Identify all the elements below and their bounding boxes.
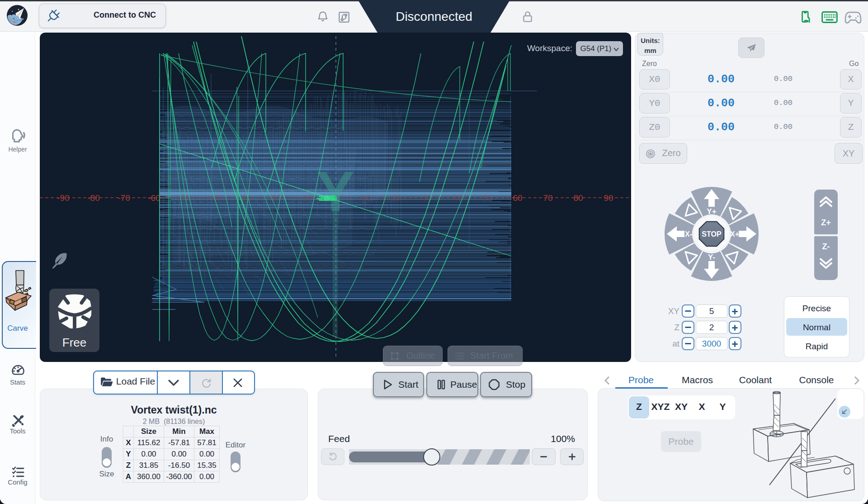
svg-text:90: 90 [604,193,613,203]
svg-text:-90: -90 [57,193,69,203]
svg-text:0: 0 [324,194,329,204]
svg-text:60: 60 [513,193,522,203]
svg-text:-60: -60 [148,193,160,203]
svg-text:20: 20 [392,193,401,203]
svg-text:X-: X- [685,230,692,238]
svg-text:-70: -70 [118,193,130,203]
svg-text:-40: -40 [208,193,221,203]
svg-text:10: 10 [361,193,371,203]
svg-text:-80: -80 [87,193,99,203]
svg-text:-10: -10 [299,193,311,203]
svg-text:30: 30 [422,193,431,203]
svg-text:Y-: Y- [708,253,715,262]
svg-text:80: 80 [573,193,583,203]
svg-text:70: 70 [543,193,552,203]
svg-text:Disconnected: Disconnected [396,10,472,24]
svg-text:50: 50 [482,193,492,203]
svg-text:X+: X+ [730,230,739,238]
svg-text:Y+: Y+ [707,207,716,216]
svg-text:STOP: STOP [702,230,722,238]
svg-text:40: 40 [452,193,462,203]
